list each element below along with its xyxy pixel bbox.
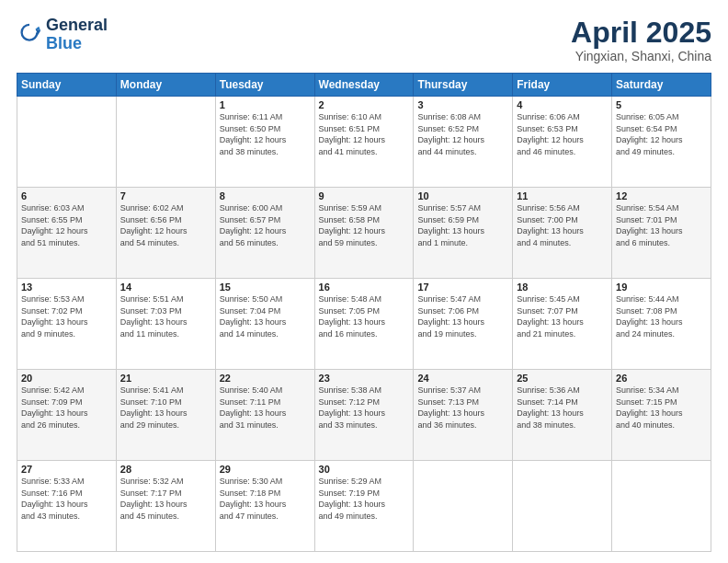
day-info: Sunrise: 6:05 AM Sunset: 6:54 PM Dayligh… — [616, 111, 707, 157]
day-number: 5 — [616, 99, 707, 110]
day-number: 12 — [616, 190, 707, 201]
calendar-week-row: 27Sunrise: 5:33 AM Sunset: 7:16 PM Dayli… — [17, 461, 711, 552]
day-info: Sunrise: 5:56 AM Sunset: 7:00 PM Dayligh… — [517, 202, 608, 248]
day-info: Sunrise: 5:53 AM Sunset: 7:02 PM Dayligh… — [21, 293, 112, 339]
day-info: Sunrise: 5:32 AM Sunset: 7:17 PM Dayligh… — [120, 476, 211, 522]
day-info: Sunrise: 5:51 AM Sunset: 7:03 PM Dayligh… — [120, 293, 211, 339]
day-info: Sunrise: 5:47 AM Sunset: 7:06 PM Dayligh… — [417, 293, 508, 339]
title-block: April 2025 Yingxian, Shanxi, China — [571, 17, 711, 63]
day-info: Sunrise: 5:29 AM Sunset: 7:19 PM Dayligh… — [319, 476, 410, 522]
calendar-week-row: 6Sunrise: 6:03 AM Sunset: 6:55 PM Daylig… — [17, 188, 711, 279]
calendar-cell: 23Sunrise: 5:38 AM Sunset: 7:12 PM Dayli… — [314, 370, 414, 461]
calendar-week-row: 20Sunrise: 5:42 AM Sunset: 7:09 PM Dayli… — [17, 370, 711, 461]
calendar-day-header: Thursday — [414, 74, 513, 97]
day-info: Sunrise: 6:11 AM Sunset: 6:50 PM Dayligh… — [220, 111, 311, 157]
day-info: Sunrise: 6:06 AM Sunset: 6:53 PM Dayligh… — [517, 111, 608, 157]
day-number: 30 — [319, 464, 410, 475]
calendar-cell: 19Sunrise: 5:44 AM Sunset: 7:08 PM Dayli… — [612, 279, 711, 370]
calendar-cell: 13Sunrise: 5:53 AM Sunset: 7:02 PM Dayli… — [17, 279, 117, 370]
calendar-cell: 3Sunrise: 6:08 AM Sunset: 6:52 PM Daylig… — [414, 97, 513, 188]
calendar-day-header: Friday — [513, 74, 612, 97]
calendar-cell: 10Sunrise: 5:57 AM Sunset: 6:59 PM Dayli… — [414, 188, 513, 279]
calendar-week-row: 1Sunrise: 6:11 AM Sunset: 6:50 PM Daylig… — [17, 97, 711, 188]
day-info: Sunrise: 5:48 AM Sunset: 7:05 PM Dayligh… — [319, 293, 410, 339]
logo-icon — [17, 22, 42, 48]
day-info: Sunrise: 6:10 AM Sunset: 6:51 PM Dayligh… — [319, 111, 410, 157]
day-info: Sunrise: 6:02 AM Sunset: 6:56 PM Dayligh… — [120, 202, 211, 248]
calendar-cell: 5Sunrise: 6:05 AM Sunset: 6:54 PM Daylig… — [612, 97, 711, 188]
calendar-cell: 22Sunrise: 5:40 AM Sunset: 7:11 PM Dayli… — [215, 370, 314, 461]
day-number: 15 — [220, 282, 311, 293]
day-number: 13 — [21, 282, 112, 293]
page: General Blue April 2025 Yingxian, Shanxi… — [0, 0, 728, 563]
calendar-cell: 4Sunrise: 6:06 AM Sunset: 6:53 PM Daylig… — [513, 97, 612, 188]
day-info: Sunrise: 5:34 AM Sunset: 7:15 PM Dayligh… — [616, 385, 707, 431]
day-info: Sunrise: 5:42 AM Sunset: 7:09 PM Dayligh… — [21, 385, 112, 431]
calendar-cell — [513, 461, 612, 552]
calendar-table: SundayMondayTuesdayWednesdayThursdayFrid… — [17, 73, 711, 552]
calendar-cell: 8Sunrise: 6:00 AM Sunset: 6:57 PM Daylig… — [215, 188, 314, 279]
day-info: Sunrise: 5:37 AM Sunset: 7:13 PM Dayligh… — [417, 385, 508, 431]
calendar-cell — [414, 461, 513, 552]
calendar-cell: 28Sunrise: 5:32 AM Sunset: 7:17 PM Dayli… — [116, 461, 215, 552]
header: General Blue April 2025 Yingxian, Shanxi… — [17, 17, 711, 63]
calendar-cell: 7Sunrise: 6:02 AM Sunset: 6:56 PM Daylig… — [116, 188, 215, 279]
calendar-cell: 18Sunrise: 5:45 AM Sunset: 7:07 PM Dayli… — [513, 279, 612, 370]
day-number: 27 — [21, 464, 112, 475]
calendar-day-header: Tuesday — [215, 74, 314, 97]
day-info: Sunrise: 5:50 AM Sunset: 7:04 PM Dayligh… — [220, 293, 311, 339]
calendar-day-header: Saturday — [612, 74, 711, 97]
day-number: 18 — [517, 282, 608, 293]
calendar-cell: 6Sunrise: 6:03 AM Sunset: 6:55 PM Daylig… — [17, 188, 117, 279]
day-number: 10 — [417, 190, 508, 201]
day-number: 8 — [220, 190, 311, 201]
day-info: Sunrise: 5:41 AM Sunset: 7:10 PM Dayligh… — [120, 385, 211, 431]
calendar-day-header: Monday — [116, 74, 215, 97]
calendar-cell: 15Sunrise: 5:50 AM Sunset: 7:04 PM Dayli… — [215, 279, 314, 370]
day-number: 28 — [120, 464, 211, 475]
day-info: Sunrise: 6:00 AM Sunset: 6:57 PM Dayligh… — [220, 202, 311, 248]
day-number: 25 — [517, 373, 608, 384]
calendar-day-header: Wednesday — [314, 74, 414, 97]
day-number: 19 — [616, 282, 707, 293]
calendar-cell: 2Sunrise: 6:10 AM Sunset: 6:51 PM Daylig… — [314, 97, 414, 188]
calendar-cell: 25Sunrise: 5:36 AM Sunset: 7:14 PM Dayli… — [513, 370, 612, 461]
calendar-cell: 11Sunrise: 5:56 AM Sunset: 7:00 PM Dayli… — [513, 188, 612, 279]
day-number: 29 — [220, 464, 311, 475]
calendar-cell: 14Sunrise: 5:51 AM Sunset: 7:03 PM Dayli… — [116, 279, 215, 370]
calendar-cell — [17, 97, 117, 188]
day-number: 17 — [417, 282, 508, 293]
day-info: Sunrise: 6:08 AM Sunset: 6:52 PM Dayligh… — [417, 111, 508, 157]
day-number: 26 — [616, 373, 707, 384]
day-number: 24 — [417, 373, 508, 384]
calendar-cell: 24Sunrise: 5:37 AM Sunset: 7:13 PM Dayli… — [414, 370, 513, 461]
day-number: 9 — [319, 190, 410, 201]
day-number: 7 — [120, 190, 211, 201]
day-number: 1 — [220, 99, 311, 110]
day-info: Sunrise: 5:54 AM Sunset: 7:01 PM Dayligh… — [616, 202, 707, 248]
day-info: Sunrise: 5:30 AM Sunset: 7:18 PM Dayligh… — [220, 476, 311, 522]
day-info: Sunrise: 5:44 AM Sunset: 7:08 PM Dayligh… — [616, 293, 707, 339]
calendar-cell: 20Sunrise: 5:42 AM Sunset: 7:09 PM Dayli… — [17, 370, 117, 461]
day-info: Sunrise: 5:38 AM Sunset: 7:12 PM Dayligh… — [319, 385, 410, 431]
day-number: 20 — [21, 373, 112, 384]
day-info: Sunrise: 5:40 AM Sunset: 7:11 PM Dayligh… — [220, 385, 311, 431]
day-number: 3 — [417, 99, 508, 110]
calendar-cell: 29Sunrise: 5:30 AM Sunset: 7:18 PM Dayli… — [215, 461, 314, 552]
calendar-cell: 1Sunrise: 6:11 AM Sunset: 6:50 PM Daylig… — [215, 97, 314, 188]
day-number: 4 — [517, 99, 608, 110]
calendar-cell: 21Sunrise: 5:41 AM Sunset: 7:10 PM Dayli… — [116, 370, 215, 461]
day-number: 6 — [21, 190, 112, 201]
calendar-cell — [116, 97, 215, 188]
calendar-cell: 26Sunrise: 5:34 AM Sunset: 7:15 PM Dayli… — [612, 370, 711, 461]
logo: General Blue — [17, 17, 108, 53]
day-number: 11 — [517, 190, 608, 201]
month-title: April 2025 — [571, 17, 711, 49]
day-info: Sunrise: 5:45 AM Sunset: 7:07 PM Dayligh… — [517, 293, 608, 339]
calendar-cell: 30Sunrise: 5:29 AM Sunset: 7:19 PM Dayli… — [314, 461, 414, 552]
day-info: Sunrise: 5:36 AM Sunset: 7:14 PM Dayligh… — [517, 385, 608, 431]
day-info: Sunrise: 6:03 AM Sunset: 6:55 PM Dayligh… — [21, 202, 112, 248]
calendar-cell: 9Sunrise: 5:59 AM Sunset: 6:58 PM Daylig… — [314, 188, 414, 279]
calendar-cell: 16Sunrise: 5:48 AM Sunset: 7:05 PM Dayli… — [314, 279, 414, 370]
calendar-header-row: SundayMondayTuesdayWednesdayThursdayFrid… — [17, 74, 711, 97]
